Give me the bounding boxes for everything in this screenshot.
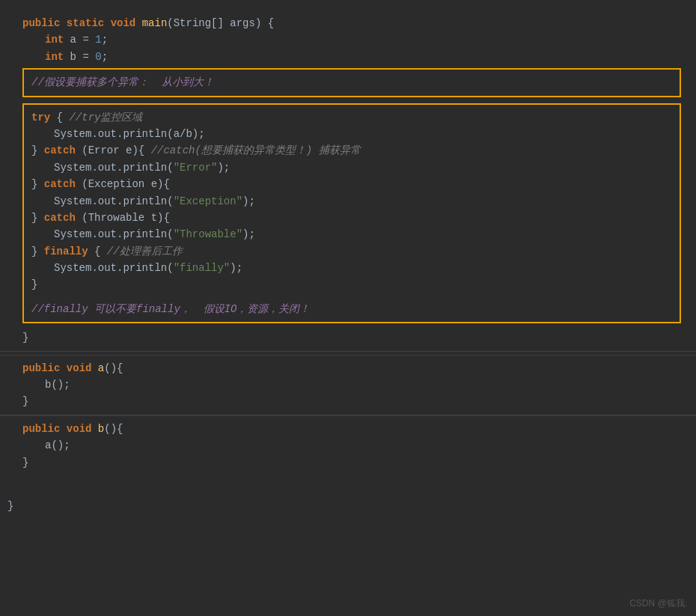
line-main-signature: public static void main(String[] args) {	[0, 15, 696, 31]
line-println-ab: System.out.println(a/b);	[31, 126, 672, 142]
line-try-close: }	[31, 276, 672, 293]
line-method-a-sig: public void a(){	[0, 360, 696, 376]
sys-println-ab: System.out.println(a/b);	[54, 126, 205, 142]
method-name-a: a	[98, 360, 104, 376]
line-call-a: a();	[0, 437, 696, 454]
spacing	[0, 475, 696, 498]
str-finally: "finally"	[174, 260, 231, 276]
kw-catch-1: catch	[44, 142, 76, 159]
keyword-int-b: int	[45, 49, 64, 65]
kw-void-a: void	[67, 360, 92, 376]
num-0: 0	[95, 49, 101, 65]
line-main-close: }	[0, 329, 696, 346]
try-catch-box: try { //try监控区域 System.out.println(a/b);…	[22, 103, 681, 324]
line-println-throwable: System.out.println("Throwable");	[31, 226, 672, 243]
watermark: CSDN @狐我.	[629, 597, 687, 610]
method-a-section: public void a(){ b(); }	[0, 355, 696, 415]
main-method-section: public static void main(String[] args) {…	[0, 7, 696, 348]
line-method-a-close: }	[0, 393, 696, 409]
keyword-public: public	[22, 15, 60, 31]
kw-finally: finally	[44, 243, 88, 260]
code-area: public static void main(String[] args) {…	[0, 0, 696, 522]
line-try-open: try { //try监控区域	[31, 109, 672, 126]
kw-public-b: public	[22, 421, 60, 437]
comment-order: //假设要捕获多个异常： 从小到大！	[31, 74, 214, 91]
main-params: (String[] args) {	[167, 15, 274, 31]
comment-order-text: //假设要捕获多个异常： 从小到大！	[31, 74, 672, 91]
kw-void-b: void	[67, 421, 92, 437]
kw-catch-2: catch	[44, 176, 76, 192]
kw-try: try	[31, 109, 50, 126]
method-name-b: b	[98, 421, 104, 437]
line-finally-comment: //finally 可以不要finally， 假设IO，资源，关闭！	[31, 301, 672, 317]
line-method-b-close: }	[0, 454, 696, 471]
method-name-main: main	[142, 15, 168, 31]
kw-catch-3: catch	[44, 210, 76, 226]
keyword-int-a: int	[45, 31, 64, 48]
line-println-exception: System.out.println("Exception");	[31, 193, 672, 210]
num-1: 1	[95, 31, 101, 48]
comment-finally: //处理善后工作	[107, 243, 183, 260]
comment-finally-note: //finally 可以不要finally， 假设IO，资源，关闭！	[31, 301, 310, 317]
comment-catch: //catch(想要捕获的异常类型！) 捕获异常	[151, 142, 361, 159]
method-b-section: public void b(){ a(); }	[0, 415, 696, 475]
str-exception: "Exception"	[174, 193, 242, 210]
line-println-error: System.out.println("Error");	[31, 159, 672, 176]
line-int-b: int b = 0;	[0, 49, 696, 65]
line-finally-open: } finally { //处理善后工作	[31, 243, 672, 260]
keyword-static: static	[67, 15, 104, 31]
line-catch-throwable: } catch (Throwable t){	[31, 210, 672, 226]
comment-order-box: //假设要捕获多个异常： 从小到大！	[22, 68, 681, 97]
outer-close-brace: }	[0, 498, 696, 514]
blank-line	[31, 293, 672, 301]
line-println-finally: System.out.println("finally");	[31, 260, 672, 276]
line-catch-exception: } catch (Exception e){	[31, 176, 672, 192]
line-int-a: int a = 1;	[0, 31, 696, 48]
str-error: "Error"	[174, 159, 218, 176]
keyword-void: void	[111, 15, 136, 31]
line-catch-error: } catch (Error e){ //catch(想要捕获的异常类型！) 捕…	[31, 142, 672, 159]
separator-1	[0, 351, 696, 352]
line-call-b: b();	[0, 376, 696, 393]
comment-try: //try监控区域	[69, 109, 142, 126]
line-method-b-sig: public void b(){	[0, 421, 696, 437]
kw-public-a: public	[22, 360, 60, 376]
str-throwable: "Throwable"	[174, 226, 242, 243]
